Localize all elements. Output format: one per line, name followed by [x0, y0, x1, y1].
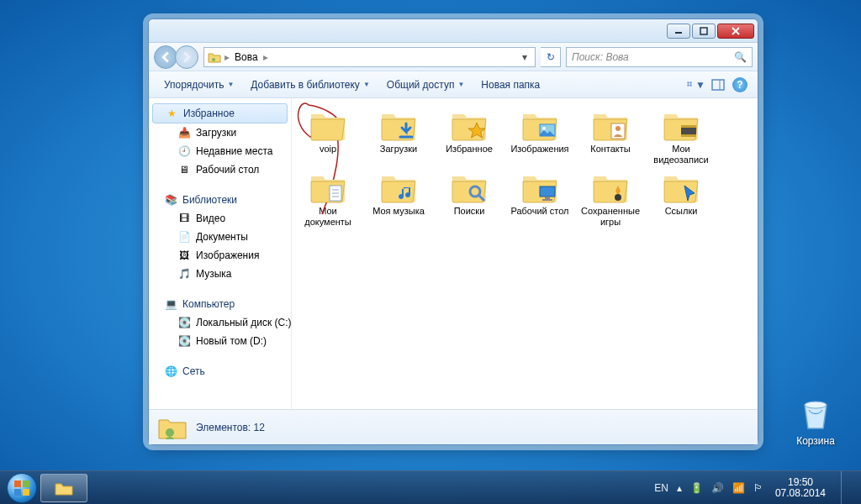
windows-orb-icon	[7, 473, 37, 503]
svg-rect-31	[23, 489, 29, 496]
sidebar-item-recent[interactable]: 🕘Недавние места	[149, 142, 291, 160]
minimize-button[interactable]	[667, 24, 690, 39]
share-button[interactable]: Общий доступ▼	[380, 76, 472, 94]
user-folder-icon	[157, 414, 188, 441]
folder-icon	[378, 107, 419, 142]
add-to-library-button[interactable]: Добавить в библиотеку▼	[244, 76, 376, 94]
sidebar-libraries[interactable]: 📚Библиотеки	[149, 191, 291, 209]
sidebar-item-drive-d[interactable]: 💽Новый том (D:)	[149, 332, 291, 350]
start-button[interactable]	[5, 471, 39, 505]
drive-icon: 💽	[177, 316, 191, 329]
network-icon: 🌐	[164, 365, 177, 378]
language-indicator[interactable]: EN	[654, 482, 668, 494]
sidebar-computer[interactable]: 💻Компьютер	[149, 295, 291, 313]
download-icon: 📥	[177, 126, 191, 139]
folder-item[interactable]: voip	[297, 107, 359, 165]
folder-item[interactable]: Рабочий стол	[509, 169, 571, 228]
svg-point-3	[212, 58, 215, 61]
folder-item[interactable]: Сохраненные игры	[579, 169, 642, 228]
svg-rect-29	[23, 480, 29, 487]
sidebar-item-desktop[interactable]: 🖥Рабочий стол	[149, 160, 291, 179]
search-placeholder: Поиск: Вова	[572, 51, 629, 63]
folder-icon	[661, 107, 701, 142]
folder-item[interactable]: Контакты	[579, 107, 642, 165]
toolbar: Упорядочить▼ Добавить в библиотеку▼ Общи…	[149, 71, 758, 98]
folder-icon	[449, 107, 489, 142]
folder-item[interactable]: Мои видеозаписи	[650, 107, 712, 165]
svg-rect-30	[14, 489, 21, 496]
recycle-bin-label: Корзина	[784, 435, 848, 447]
sidebar-network[interactable]: 🌐Сеть	[149, 362, 291, 381]
drive-icon: 💽	[177, 334, 191, 348]
battery-icon[interactable]: 🔋	[690, 482, 703, 494]
action-center-icon[interactable]: 🏳	[753, 482, 763, 494]
recycle-bin-icon	[796, 395, 835, 433]
maximize-button[interactable]	[692, 24, 716, 39]
folder-label: voip	[320, 144, 336, 155]
folder-label: Мои документы	[297, 206, 359, 228]
folder-item[interactable]: Ссылки	[650, 169, 712, 228]
network-icon[interactable]: 📶	[732, 482, 745, 494]
sidebar-favorites[interactable]: ★Избранное	[152, 103, 288, 123]
tray-chevron-icon[interactable]: ▴	[677, 482, 682, 494]
volume-icon[interactable]: 🔊	[711, 482, 724, 494]
new-folder-button[interactable]: Новая папка	[474, 76, 547, 94]
view-options-button[interactable]: ▼	[687, 76, 705, 94]
sidebar-item-downloads[interactable]: 📥Загрузки	[149, 123, 291, 142]
folder-item[interactable]: Поиски	[438, 169, 500, 228]
star-icon: ★	[165, 107, 178, 120]
folder-item[interactable]: Мои документы	[297, 169, 359, 228]
content-pane[interactable]: voipЗагрузкиИзбранноеИзображенияКонтакты…	[292, 98, 758, 409]
folder-label: Мои видеозаписи	[650, 144, 712, 165]
sidebar-item-music[interactable]: 🎵Музыка	[149, 265, 291, 283]
folder-icon	[590, 169, 631, 204]
desktop-icon: 🖥	[177, 163, 191, 176]
titlebar[interactable]	[149, 19, 758, 43]
address-dropdown[interactable]: ▾	[518, 51, 531, 63]
folder-item[interactable]: Изображения	[509, 107, 571, 165]
folder-icon	[378, 169, 419, 204]
images-icon: 🖼	[177, 249, 191, 262]
folder-item[interactable]: Загрузки	[367, 107, 430, 165]
svg-rect-5	[690, 81, 692, 83]
close-button[interactable]	[717, 24, 754, 39]
recycle-bin[interactable]: Корзина	[784, 395, 848, 447]
svg-rect-28	[14, 480, 21, 487]
forward-button[interactable]	[175, 45, 198, 69]
libraries-icon: 📚	[164, 193, 177, 207]
clock[interactable]: 19:50 07.08.2014	[772, 477, 829, 499]
address-bar[interactable]: ▸ Вова ▸ ▾	[203, 47, 536, 67]
folder-icon	[590, 107, 631, 142]
sidebar-item-video[interactable]: 🎞Видео	[149, 209, 291, 228]
folder-icon	[661, 169, 701, 204]
video-icon: 🎞	[177, 212, 191, 225]
folder-item[interactable]: Моя музыка	[367, 169, 430, 228]
status-count: 12	[254, 422, 265, 433]
search-input[interactable]: Поиск: Вова 🔍	[566, 47, 753, 67]
computer-icon: 💻	[164, 297, 177, 311]
folder-item[interactable]: Избранное	[438, 107, 500, 165]
breadcrumb-item[interactable]: Вова	[233, 51, 260, 63]
folder-icon	[308, 107, 348, 142]
back-button[interactable]	[154, 45, 177, 69]
status-label: Элементов:	[196, 422, 251, 433]
organize-button[interactable]: Упорядочить▼	[157, 76, 240, 94]
preview-pane-button[interactable]	[709, 76, 727, 94]
folder-label: Загрузки	[380, 144, 417, 155]
taskbar: EN ▴ 🔋 🔊 📶 🏳 19:50 07.08.2014	[0, 470, 861, 504]
svg-line-22	[479, 196, 484, 201]
svg-point-27	[166, 428, 174, 437]
help-button[interactable]: ?	[731, 76, 749, 94]
sidebar-item-documents[interactable]: 📄Документы	[149, 228, 291, 246]
refresh-button[interactable]: ↻	[541, 47, 561, 67]
folder-label: Поиски	[454, 206, 485, 217]
svg-point-0	[805, 402, 827, 408]
system-tray: EN ▴ 🔋 🔊 📶 🏳 19:50 07.08.2014	[649, 471, 856, 505]
sidebar-item-images[interactable]: 🖼Изображения	[149, 246, 291, 265]
sidebar-item-drive-c[interactable]: 💽Локальный диск (C:)	[149, 313, 291, 332]
taskbar-item-explorer[interactable]	[40, 474, 87, 502]
show-desktop-button[interactable]	[841, 471, 851, 505]
clock-date: 07.08.2014	[775, 488, 826, 499]
folder-label: Рабочий стол	[510, 206, 568, 217]
folder-label: Сохраненные игры	[579, 206, 642, 228]
